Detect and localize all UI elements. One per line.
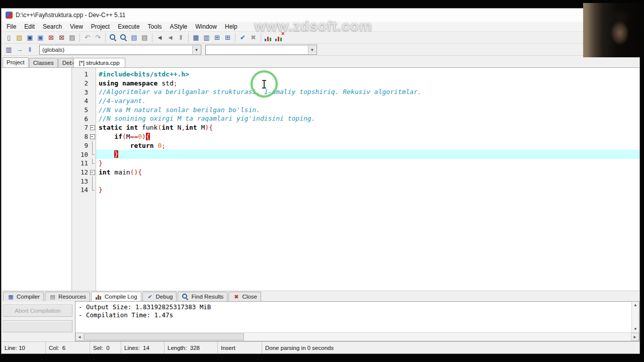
resources-icon: ▤	[49, 293, 56, 300]
bottom-tab-label: Resources	[58, 294, 86, 300]
devcpp-window: D:\c++\Fayl\struktura.cpp - Dev-C++ 5.11…	[1, 8, 640, 354]
window-icon[interactable]: ▥	[4, 44, 14, 55]
menu-file[interactable]: File	[3, 22, 20, 31]
menu-help[interactable]: Help	[221, 22, 242, 31]
gutter-row: 11	[72, 159, 96, 168]
find-next-icon[interactable]	[118, 32, 129, 43]
code-line-14[interactable]: }	[96, 186, 639, 195]
code-line-12[interactable]: int main(){	[96, 168, 639, 177]
gutter-row: 2	[72, 79, 96, 88]
gutter-row: 9	[72, 141, 96, 150]
window-title: D:\c++\Fayl\struktura.cpp - Dev-C++ 5.11	[16, 12, 126, 19]
replace-icon[interactable]: ▤	[129, 32, 139, 43]
gutter-row: 6	[72, 114, 96, 123]
fold-toggle-icon[interactable]	[89, 123, 96, 132]
project-manager-icon[interactable]: ▦	[191, 32, 201, 43]
scroll-down-icon[interactable]: ▼	[633, 326, 637, 332]
code-line-5[interactable]: //N va M natural sonlar berilgan bo'lsin…	[96, 106, 639, 115]
redo-icon[interactable]: ↷	[93, 32, 103, 43]
tab-classes[interactable]: Classes	[29, 58, 58, 67]
scroll-left-icon[interactable]: ◄	[75, 333, 84, 341]
code-line-13[interactable]	[96, 176, 639, 186]
gutter-row: 1	[72, 70, 96, 79]
code-line-8[interactable]: if(M==0){	[96, 132, 639, 141]
goto-line-icon[interactable]: ▤	[139, 32, 150, 43]
status-segment: Insert	[218, 342, 262, 353]
fold-mark	[89, 186, 96, 195]
gutter-row: 3	[72, 87, 96, 97]
members-combobox[interactable]: ▾	[205, 45, 317, 55]
code-line-2[interactable]: using namespace std;	[96, 79, 639, 88]
line-number: 2	[72, 79, 89, 87]
save-icon[interactable]: ▣	[25, 32, 35, 43]
close-icon: ✖	[232, 293, 240, 300]
panel-button-blank[interactable]	[3, 320, 72, 332]
close-file-icon[interactable]: ⊠	[46, 32, 56, 43]
menu-tools[interactable]: Tools	[144, 22, 166, 31]
globals-combobox[interactable]: (globals) ▾	[39, 45, 201, 55]
code-line-6[interactable]: //N sonining oxirgi M ta raqamlari yig'i…	[96, 114, 639, 123]
fold-toggle-icon[interactable]	[89, 168, 96, 177]
fold-mark	[89, 97, 96, 106]
floating-project-icon[interactable]: ⊞	[222, 32, 233, 43]
menu-search[interactable]: Search	[39, 22, 66, 31]
horizontal-scrollbar[interactable]: ◄ ►	[75, 332, 639, 341]
undo-icon[interactable]: ↶	[82, 32, 93, 43]
scrollbar-thumb[interactable]	[84, 333, 244, 340]
code-line-7[interactable]: static int funk(int N,int M){	[96, 123, 639, 132]
chevron-down-icon[interactable]: ▾	[308, 46, 316, 54]
code-line-4[interactable]: //4-varyant.	[96, 97, 639, 106]
pause-bars-icon[interactable]: ‖	[25, 44, 35, 55]
bottom-tab-find-results[interactable]: Find Results	[178, 292, 227, 301]
open-file-icon[interactable]: ▨	[14, 32, 25, 43]
menu-view[interactable]: View	[66, 22, 87, 31]
line-number: 6	[72, 115, 89, 123]
code-editor[interactable]: 1234567891011121314 #include<bits/stdc++…	[72, 68, 639, 291]
vertical-scrollbar[interactable]: ▲ ▼	[631, 302, 639, 332]
save-all-icon[interactable]: ▣	[35, 32, 46, 43]
bottom-tab-close[interactable]: ✖Close	[228, 292, 261, 301]
find-icon[interactable]	[108, 32, 118, 43]
code-line-9[interactable]: return 0;	[96, 141, 639, 150]
gutter: 1234567891011121314	[72, 68, 96, 291]
menu-edit[interactable]: Edit	[20, 22, 39, 31]
code-line-3[interactable]: //Algoritmlar va berilganlar strukturasi…	[96, 87, 639, 97]
tabs-row: ProjectClassesDebug [*] struktura.cpp	[2, 56, 639, 67]
menu-astyle[interactable]: AStyle	[166, 22, 192, 31]
project-panel[interactable]	[2, 68, 72, 291]
report-window-icon[interactable]: ▥	[201, 32, 212, 43]
run-arrow-icon[interactable]: →	[14, 44, 25, 55]
menu-project[interactable]: Project	[87, 22, 114, 31]
fold-mark	[89, 79, 96, 88]
gutter-row: 4	[72, 97, 96, 106]
syntax-check-icon[interactable]: ✔	[237, 32, 248, 43]
tab-project[interactable]: Project	[3, 57, 29, 67]
second-toolbar-icons: ▥→‖	[4, 44, 35, 55]
abort-compilation-button[interactable]: Abort Compilation	[3, 305, 72, 317]
code-line-1[interactable]: #include<bits/stdc++.h>	[96, 70, 639, 79]
pause-icon[interactable]: ‖	[176, 32, 186, 43]
compile-log-panel: Abort Compilation - Output Size: 1.83192…	[2, 301, 639, 341]
menu-window[interactable]: Window	[191, 22, 221, 31]
bottom-tab-debug[interactable]: ✔Debug	[142, 292, 177, 301]
close-all-icon[interactable]: ⊠	[56, 32, 67, 43]
print-icon[interactable]: ▤	[67, 32, 77, 43]
scroll-up-icon[interactable]: ▲	[633, 302, 637, 308]
floating-report-icon[interactable]: ⊞	[212, 32, 222, 43]
bottom-tab-compile-log[interactable]: Compile Log	[91, 292, 141, 301]
gutter-row: 14	[72, 186, 96, 195]
back-icon[interactable]: ◄	[154, 32, 165, 43]
line-number: 12	[72, 168, 89, 176]
code-line-10[interactable]: }	[96, 150, 639, 159]
code-line-11[interactable]: }	[96, 159, 639, 168]
tab-struktura-cpp[interactable]: [*] struktura.cpp	[73, 58, 125, 67]
bottom-tab-compiler[interactable]: ▦Compiler	[3, 292, 44, 301]
fold-toggle-icon[interactable]	[89, 132, 96, 141]
status-segment: Line: 10	[2, 342, 46, 353]
menu-execute[interactable]: Execute	[114, 22, 143, 31]
scroll-right-icon[interactable]: ►	[631, 333, 639, 341]
chevron-down-icon[interactable]: ▾	[192, 46, 200, 54]
new-source-icon[interactable]: ▯	[4, 32, 14, 43]
forward-icon[interactable]: ◄	[165, 32, 176, 43]
bottom-tab-resources[interactable]: ▤Resources	[45, 292, 90, 301]
